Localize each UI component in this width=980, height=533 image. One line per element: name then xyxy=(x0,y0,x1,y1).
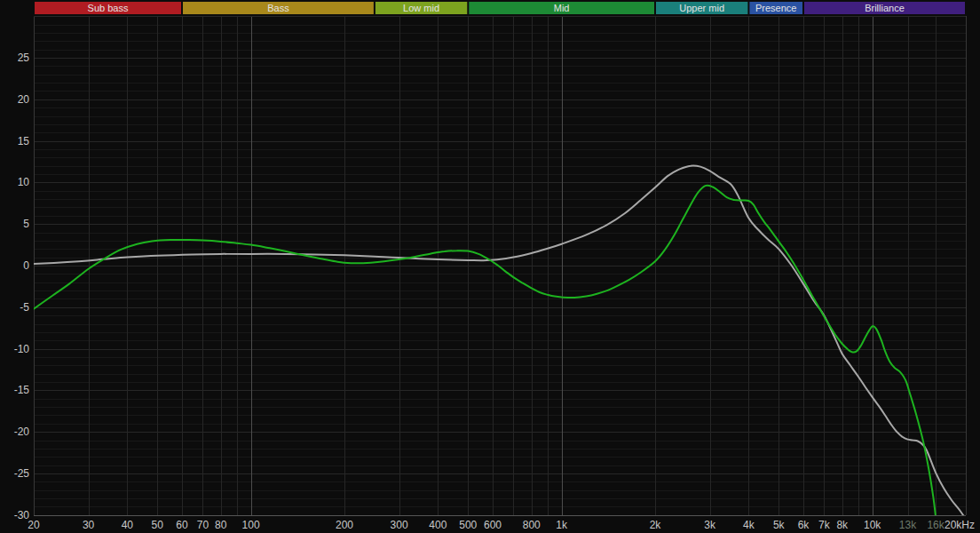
x-tick-label: 1k xyxy=(556,519,568,531)
y-tick-label: -5 xyxy=(20,301,29,314)
x-tick-label: 800 xyxy=(523,519,541,531)
x-tick-label: 20 xyxy=(28,519,40,531)
x-tick-label: 40 xyxy=(122,519,134,531)
gridlines xyxy=(34,16,966,515)
x-tick-label: 3k xyxy=(704,519,716,531)
band-label: Bass xyxy=(267,3,289,13)
x-tick-label: 60 xyxy=(176,519,188,531)
y-tick-label: -25 xyxy=(14,467,30,480)
band-upper-mid[interactable]: Upper mid xyxy=(656,2,747,14)
band-sub-bass[interactable]: Sub bass xyxy=(35,2,181,14)
band-brilliance[interactable]: Brilliance xyxy=(804,2,965,14)
x-tick-label: 10k xyxy=(864,519,881,531)
x-tick-label: 50 xyxy=(152,519,164,531)
band-label: Mid xyxy=(554,3,570,13)
y-tick-label: 20 xyxy=(18,93,30,106)
x-tick-label: 6k xyxy=(798,519,810,531)
y-tick-label: 10 xyxy=(18,176,30,188)
x-tick-label: 8k xyxy=(836,519,849,531)
y-tick-label: 25 xyxy=(18,52,30,64)
x-tick-label: 400 xyxy=(429,519,447,531)
band-label: Sub bass xyxy=(88,3,129,13)
band-presence[interactable]: Presence xyxy=(749,2,802,14)
band-low-mid[interactable]: Low mid xyxy=(375,2,467,14)
x-tick-label: 4k xyxy=(743,519,755,531)
x-tick-label: 300 xyxy=(391,519,408,531)
x-tick-label: 600 xyxy=(484,519,502,531)
y-tick-label: -15 xyxy=(14,384,30,396)
frequency-band-strip: Sub bassBassLow midMidUpper midPresenceB… xyxy=(35,2,965,14)
x-tick-label: 80 xyxy=(215,519,227,531)
x-tick-label: 70 xyxy=(197,519,209,531)
x-tick-label: 5k xyxy=(773,519,786,531)
chart-canvas: Sub bassBassLow midMidUpper midPresenceB… xyxy=(0,0,980,533)
x-tick-label: 30 xyxy=(83,519,95,531)
band-label: Upper mid xyxy=(679,3,724,13)
y-tick-label: -10 xyxy=(14,343,30,355)
band-label: Brilliance xyxy=(865,3,905,13)
x-tick-label: 13k xyxy=(899,519,917,531)
x-tick-label: 2k xyxy=(650,519,662,531)
band-mid[interactable]: Mid xyxy=(469,2,654,14)
y-tick-label: 15 xyxy=(18,135,30,147)
x-tick-label: 100 xyxy=(242,519,260,531)
x-tick-label: 16k xyxy=(927,519,944,531)
y-tick-label: -20 xyxy=(14,426,30,438)
y-tick-label: 5 xyxy=(23,218,29,230)
y-tick-label: 0 xyxy=(23,259,29,272)
band-label: Presence xyxy=(755,3,796,13)
x-tick-label: 200 xyxy=(336,519,353,531)
x-tick-label: 7k xyxy=(818,519,831,531)
frequency-response-chart: SPL Sub bassBassLow midMidUpper midPrese… xyxy=(0,0,980,533)
band-bass[interactable]: Bass xyxy=(183,2,374,14)
chart-background xyxy=(0,0,980,533)
x-tick-label: 20kHz xyxy=(944,519,975,531)
band-label: Low mid xyxy=(403,3,439,13)
x-tick-label: 500 xyxy=(459,519,477,531)
